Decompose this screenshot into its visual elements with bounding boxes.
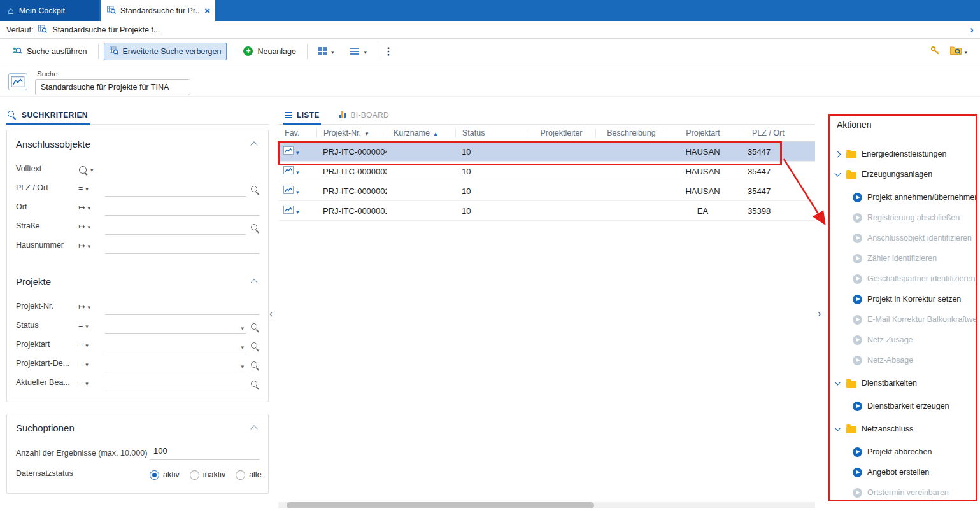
key-icon[interactable] — [930, 46, 940, 57]
horizontal-scrollbar[interactable] — [278, 502, 815, 508]
search-icon[interactable] — [251, 342, 259, 351]
action-projekt-in-korrektur[interactable]: Projekt in Korrektur setzen — [835, 289, 976, 309]
operator-select[interactable]: = — [78, 340, 105, 353]
row-fav-cell[interactable] — [278, 146, 316, 157]
table-row[interactable]: PRJ-ITC-0000003 10 HAUSAN 35447 — [278, 162, 815, 181]
column-header-projektart[interactable]: Projektart — [667, 129, 739, 138]
action-projekt-abbrechen[interactable]: Projekt abbrechen — [835, 442, 976, 462]
projektart-combobox[interactable] — [105, 339, 246, 353]
cell-projektart: HAUSAN — [667, 147, 739, 157]
radio-button[interactable] — [150, 470, 159, 480]
expand-right-panel-handle[interactable] — [818, 308, 821, 319]
column-header-projekt-nr[interactable]: Projekt-Nr. — [316, 129, 387, 138]
ort-input[interactable] — [105, 202, 259, 216]
operator-symbol: = — [78, 360, 83, 368]
scrollbar-thumb[interactable] — [287, 502, 594, 508]
tab-bi-board[interactable]: BI-BOARD — [339, 106, 389, 124]
chevron-right-icon[interactable] — [970, 24, 974, 36]
row-fav-cell[interactable] — [278, 206, 316, 216]
suche-name-input[interactable]: Standardsuche für Projekte für TINA — [35, 79, 190, 95]
close-icon[interactable] — [204, 5, 210, 16]
chevron-up-icon[interactable] — [250, 425, 257, 432]
sort-asc-icon[interactable] — [433, 129, 438, 137]
chevron-up-icon[interactable] — [250, 141, 257, 148]
chart-icon[interactable] — [283, 166, 294, 176]
search-icon[interactable] — [251, 323, 259, 332]
button-label: Suche ausführen — [27, 47, 87, 56]
section-suchoptionen[interactable]: Suchoptionen — [16, 419, 259, 436]
chevron-down-icon[interactable] — [296, 147, 299, 157]
chevron-down-icon[interactable] — [835, 425, 841, 431]
search-icon[interactable] — [251, 381, 259, 389]
chevron-down-icon[interactable] — [296, 206, 299, 216]
radio-button[interactable] — [236, 470, 245, 480]
chevron-down-icon[interactable] — [296, 167, 299, 176]
operator-select[interactable]: ↦ — [78, 202, 105, 216]
operator-select[interactable] — [78, 165, 105, 178]
tab-standardsuche[interactable]: Standardsuche für Pr... — [101, 0, 215, 21]
chevron-up-icon[interactable] — [250, 279, 257, 286]
search-icon[interactable] — [251, 186, 259, 194]
tab-liste[interactable]: LISTE — [285, 106, 320, 124]
column-header-fav[interactable]: Fav. — [278, 129, 316, 138]
column-header-beschreibung[interactable]: Beschreibung — [595, 129, 667, 138]
row-fav-cell[interactable] — [278, 186, 316, 196]
max-results-input[interactable]: 100 — [150, 446, 259, 460]
chart-icon[interactable] — [283, 186, 294, 196]
tree-folder-erzeugungsanlagen[interactable]: Erzeugungsanlagen — [835, 164, 976, 185]
collapse-left-panel-handle[interactable] — [269, 308, 273, 319]
row-fav-cell[interactable] — [278, 166, 316, 176]
tree-folder-dienstbarkeiten[interactable]: Dienstbarkeiten — [835, 373, 976, 393]
chart-icon[interactable] — [283, 206, 294, 216]
search-folder-button[interactable] — [950, 46, 967, 57]
aktueller-bearbeiter-input[interactable] — [105, 377, 246, 391]
chevron-down-icon[interactable] — [296, 186, 299, 196]
chart-icon[interactable] — [283, 146, 294, 157]
table-row[interactable]: PRJ-ITC-0000002 10 HAUSAN 35447 — [278, 181, 815, 201]
operator-select[interactable]: ↦ — [78, 302, 105, 315]
search-icon[interactable] — [251, 224, 259, 232]
strasse-input[interactable] — [105, 221, 246, 235]
table-row[interactable]: PRJ-ITC-0000001 10 EA 35398 — [278, 201, 815, 221]
status-combobox[interactable] — [105, 320, 246, 334]
suche-ausfuehren-button[interactable]: Suche ausführen — [6, 42, 93, 61]
section-projekte[interactable]: Projekte — [16, 273, 259, 290]
operator-select[interactable]: = — [78, 379, 105, 391]
tab-mein-cockpit[interactable]: Mein Cockpit — [0, 0, 99, 21]
projekt-nr-input[interactable] — [105, 301, 259, 315]
operator-select[interactable]: ↦ — [78, 241, 105, 254]
search-icon[interactable] — [251, 361, 259, 370]
chevron-down-icon[interactable] — [835, 171, 841, 177]
plz-ort-input[interactable] — [105, 183, 246, 197]
list-view-button[interactable] — [344, 43, 373, 60]
action-dienstbarkeit-erzeugen[interactable]: Dienstbarkeit erzeugen — [835, 396, 976, 416]
operator-select[interactable]: = — [78, 360, 105, 372]
chevron-down-icon[interactable] — [835, 379, 841, 386]
tree-folder-energiedienstleistungen[interactable]: Energiedienstleistungen — [835, 144, 976, 164]
column-header-projektleiter[interactable]: Projektleiter — [527, 129, 595, 138]
action-angebot-erstellen[interactable]: Angebot erstellen — [835, 462, 976, 482]
operator-select[interactable]: ↦ — [78, 221, 105, 235]
erweiterte-suche-button[interactable]: Erweiterte Suche verbergen — [104, 43, 227, 60]
tree-folder-netzanschluss[interactable]: Netzanschluss — [835, 419, 976, 439]
sort-desc-icon[interactable] — [364, 129, 369, 137]
radio-aktiv[interactable]: aktiv — [150, 470, 180, 480]
chevron-right-icon[interactable] — [835, 151, 841, 157]
column-header-kurzname[interactable]: Kurzname — [387, 129, 455, 138]
radio-button[interactable] — [190, 470, 199, 480]
operator-select[interactable]: = — [78, 321, 105, 334]
verlauf-item[interactable]: Standardsuche für Projekte f... — [52, 25, 160, 34]
hausnummer-input[interactable] — [105, 240, 259, 254]
column-header-plz-ort[interactable]: PLZ / Ort — [739, 129, 815, 138]
kebab-menu-icon[interactable] — [383, 45, 394, 57]
table-row[interactable]: PRJ-ITC-0000004 10 HAUSAN 35447 — [278, 142, 815, 162]
operator-select[interactable]: = — [78, 184, 105, 197]
grid-view-button[interactable] — [313, 43, 340, 60]
radio-inaktiv[interactable]: inaktiv — [190, 470, 225, 480]
section-anschlussobjekte[interactable]: Anschlussobjekte — [16, 136, 259, 152]
column-header-status[interactable]: Status — [455, 129, 527, 138]
radio-alle[interactable]: alle — [236, 470, 261, 480]
action-projekt-annehmen[interactable]: Projekt annehmen/übernehmen — [835, 187, 976, 207]
neuanlage-button[interactable]: Neuanlage — [238, 43, 301, 60]
projektart-detail-combobox[interactable] — [105, 358, 246, 372]
